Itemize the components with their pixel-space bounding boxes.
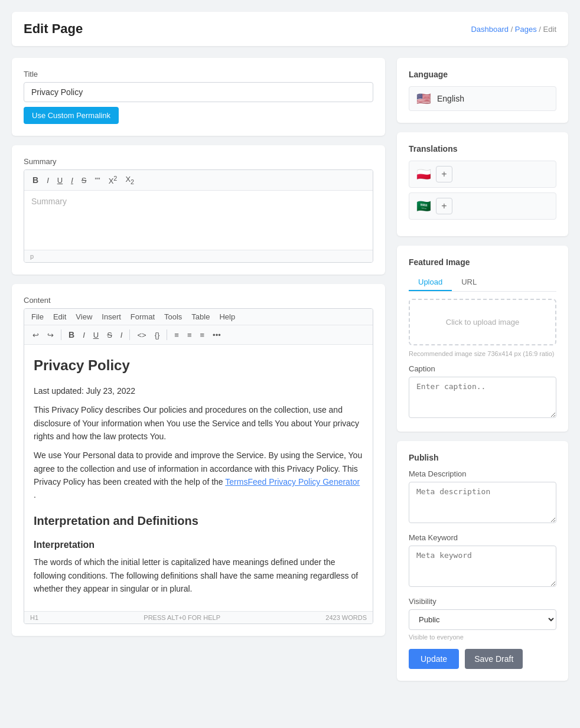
menu-insert[interactable]: Insert [102, 312, 121, 321]
content-paragraph1: This Privacy Policy describes Our polici… [34, 403, 363, 443]
summary-italic-button[interactable]: I [44, 175, 51, 186]
featured-image-section: Featured Image Upload URL Click to uploa… [397, 246, 568, 432]
content-heading3: Interpretation [34, 537, 363, 553]
featured-image-title: Featured Image [409, 257, 556, 267]
toolbar-separator-1 [61, 329, 61, 340]
translations-title: Translations [409, 144, 556, 154]
translation-row-1: 🇵🇱 + [409, 161, 556, 188]
caption-label: Caption [409, 364, 556, 373]
save-draft-button[interactable]: Save Draft [465, 649, 523, 669]
breadcrumb-pages[interactable]: Pages [515, 25, 537, 34]
title-label: Title [24, 70, 373, 79]
content-body[interactable]: Privacy Policy Last updated: July 23, 20… [24, 345, 373, 611]
content-code-button[interactable]: <> [135, 329, 148, 341]
language-section: Language 🇺🇸 English [397, 58, 568, 123]
content-heading2: Interpretation and Definitions [34, 511, 363, 530]
translation-add-button-1[interactable]: + [436, 166, 452, 182]
content-code2-button[interactable]: {} [152, 329, 162, 341]
title-input[interactable] [24, 82, 373, 102]
summary-superscript-button[interactable]: X2 [106, 174, 120, 187]
content-paragraph3: The words of which the initial letter is… [34, 556, 363, 595]
summary-editor: B I U I S "" X2 X2 Summary p [24, 169, 373, 263]
menu-format[interactable]: Format [131, 312, 155, 321]
content-bold-button[interactable]: B [66, 329, 77, 341]
content-word-count: 2423 WORDS [325, 614, 367, 621]
summary-italic-alt-button[interactable]: I [69, 175, 76, 186]
toolbar-separator-2 [129, 329, 130, 340]
menu-edit[interactable]: Edit [53, 312, 66, 321]
summary-strikethrough-button[interactable]: S [79, 175, 89, 186]
content-italic-button[interactable]: I [80, 329, 87, 341]
language-selector[interactable]: 🇺🇸 English [409, 86, 556, 111]
caption-input[interactable] [409, 377, 556, 418]
content-paragraph2: We use Your Personal data to provide and… [34, 449, 363, 502]
menu-file[interactable]: File [31, 312, 44, 321]
summary-footer: p [24, 250, 373, 262]
upload-hint: Recommended image size 736x414 px (16:9 … [409, 350, 556, 357]
translation-flag-1: 🇵🇱 [416, 167, 431, 181]
summary-label: Summary [24, 157, 373, 166]
publish-actions: Update Save Draft [409, 649, 556, 669]
publish-title: Publish [409, 453, 556, 462]
summary-quote-button[interactable]: "" [92, 175, 102, 186]
upload-label: Click to upload image [446, 318, 519, 327]
menu-tools[interactable]: Tools [164, 312, 182, 321]
translations-section: Translations 🇵🇱 + 🇸🇦 + [397, 132, 568, 236]
summary-subscript-button[interactable]: X2 [123, 174, 136, 187]
toolbar-separator-3 [167, 329, 167, 340]
title-section: Title Use Custom Permalink [12, 58, 385, 136]
content-toolbar: ↩ ↪ B I U S I <> {} ≡ ≡ ≡ [24, 325, 373, 345]
meta-keyword-label: Meta Keyword [409, 533, 556, 542]
summary-body[interactable]: Summary [24, 191, 373, 250]
summary-placeholder: Summary [31, 197, 67, 206]
update-button[interactable]: Update [409, 649, 459, 669]
upload-tab-url[interactable]: URL [452, 274, 486, 291]
language-label: English [437, 94, 464, 103]
language-flag: 🇺🇸 [416, 92, 431, 106]
translation-add-button-2[interactable]: + [436, 198, 452, 214]
language-title: Language [409, 70, 556, 79]
menu-help[interactable]: Help [219, 312, 235, 321]
translation-flag-2: 🇸🇦 [416, 199, 431, 213]
summary-bold-button[interactable]: B [30, 174, 41, 186]
content-italic2-button[interactable]: I [118, 329, 125, 341]
content-link[interactable]: TermsFeed Privacy Policy Generator [225, 477, 360, 487]
publish-section: Publish Meta Description Meta Keyword Vi… [397, 441, 568, 681]
summary-section: Summary B I U I S "" X2 X2 Summary [12, 145, 385, 275]
visibility-select[interactable]: Public Private Password Protected [409, 609, 556, 630]
meta-description-input[interactable] [409, 482, 556, 523]
upload-tabs: Upload URL [409, 274, 556, 292]
meta-keyword-input[interactable] [409, 546, 556, 587]
breadcrumb-current: Edit [543, 25, 556, 34]
breadcrumb-dashboard[interactable]: Dashboard [471, 25, 509, 34]
content-heading1: Privacy Policy [34, 354, 363, 377]
align-center-button[interactable]: ≡ [185, 329, 194, 341]
content-label: Content [24, 296, 373, 305]
upload-zone[interactable]: Click to upload image [409, 299, 556, 345]
menu-table[interactable]: Table [191, 312, 210, 321]
custom-permalink-button[interactable]: Use Custom Permalink [24, 107, 119, 124]
align-right-button[interactable]: ≡ [198, 329, 207, 341]
content-element-indicator: H1 [30, 614, 38, 621]
upload-tab-upload[interactable]: Upload [409, 274, 452, 291]
menu-view[interactable]: View [76, 312, 92, 321]
more-button[interactable]: ••• [210, 329, 223, 341]
content-underline-button[interactable]: U [91, 329, 101, 341]
undo-button[interactable]: ↩ [30, 329, 41, 341]
visible-hint: Visible to everyone [409, 634, 556, 641]
align-left-button[interactable]: ≡ [172, 329, 181, 341]
summary-underline-button[interactable]: U [55, 175, 65, 186]
content-last-updated: Last updated: July 23, 2022 [34, 384, 363, 397]
breadcrumb: Dashboard / Pages / Edit [471, 25, 556, 34]
content-help-hint: PRESS ALT+0 FOR HELP [144, 614, 220, 621]
content-editor: File Edit View Insert Format Tools Table… [24, 308, 373, 623]
meta-description-label: Meta Description [409, 469, 556, 478]
redo-button[interactable]: ↪ [45, 329, 56, 341]
translation-row-2: 🇸🇦 + [409, 192, 556, 220]
content-section: Content File Edit View Insert Format Too… [12, 284, 385, 635]
page-title: Edit Page [24, 21, 83, 37]
content-strikethrough-button[interactable]: S [105, 329, 115, 341]
summary-toolbar: B I U I S "" X2 X2 [24, 170, 373, 191]
content-menubar: File Edit View Insert Format Tools Table… [24, 309, 373, 325]
content-footer: H1 PRESS ALT+0 FOR HELP 2423 WORDS [24, 611, 373, 623]
